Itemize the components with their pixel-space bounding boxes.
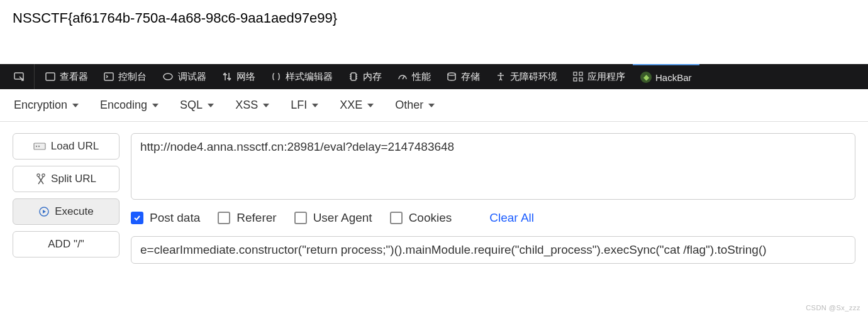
svg-point-3: [164, 73, 172, 80]
split-url-button[interactable]: Split URL: [13, 166, 120, 192]
devtools-tabbar: 查看器 控制台 调试器 网络 样式编辑器 内存 性能 存储 无障碍环境 应用程序…: [0, 64, 868, 89]
split-url-label: Split URL: [51, 173, 96, 185]
tab-network[interactable]: 网络: [214, 64, 263, 89]
clear-all-link[interactable]: Clear All: [489, 211, 534, 225]
menu-encoding[interactable]: Encoding: [100, 99, 159, 112]
hackbar-menubar: Encryption Encoding SQL XSS LFI XXE Othe…: [0, 89, 868, 122]
style-icon: [270, 71, 282, 82]
checkbox-icon: [390, 212, 403, 224]
cookies-label: Cookies: [409, 211, 452, 225]
inspector-icon: [45, 71, 56, 82]
svg-point-13: [38, 146, 40, 147]
menu-lfi[interactable]: LFI: [291, 99, 318, 112]
tab-debugger[interactable]: 调试器: [154, 64, 214, 89]
tab-application-label: 应用程序: [587, 71, 625, 83]
load-url-icon: [33, 141, 46, 151]
memory-icon: [348, 71, 359, 82]
execute-icon: [38, 206, 50, 217]
svg-rect-10: [579, 78, 582, 81]
page-flag-text: NSSCTF{af61764b-750a-4a68-98c6-9aa1aed97…: [13, 10, 855, 26]
svg-rect-7: [574, 72, 577, 75]
tab-accessibility-label: 无障碍环境: [510, 71, 557, 83]
menu-encryption[interactable]: Encryption: [14, 99, 79, 112]
svg-rect-8: [579, 72, 582, 75]
user-agent-label: User Agent: [313, 211, 372, 225]
menu-sql-label: SQL: [180, 99, 203, 112]
menu-xxe[interactable]: XXE: [340, 99, 374, 112]
menu-other[interactable]: Other: [395, 99, 435, 112]
application-icon: [572, 71, 584, 82]
post-data-checkbox[interactable]: Post data: [131, 211, 200, 225]
hackbar-side-buttons: Load URL Split URL Execute ADD "/": [13, 133, 120, 257]
tab-network-label: 网络: [236, 71, 255, 83]
tab-style-editor-label: 样式编辑器: [286, 71, 333, 83]
execute-button[interactable]: Execute: [13, 198, 120, 225]
request-options-row: Post data Referer User Agent Cookies Cle…: [131, 211, 855, 225]
svg-rect-4: [351, 73, 356, 80]
menu-xxe-label: XXE: [340, 99, 362, 112]
menu-lfi-label: LFI: [291, 99, 307, 112]
post-body-input[interactable]: [131, 236, 855, 264]
svg-point-14: [37, 174, 40, 176]
add-slash-label: ADD "/": [48, 238, 84, 251]
svg-rect-0: [14, 73, 23, 79]
tab-console[interactable]: 控制台: [96, 64, 154, 89]
performance-icon: [397, 71, 408, 82]
checkbox-icon: [218, 212, 230, 224]
caret-down-icon: [312, 104, 318, 107]
post-data-label: Post data: [150, 211, 200, 225]
menu-xss-label: XSS: [235, 99, 258, 112]
referer-label: Referer: [236, 211, 276, 225]
caret-down-icon: [72, 104, 79, 107]
cookies-checkbox[interactable]: Cookies: [390, 211, 452, 225]
debugger-icon: [162, 71, 174, 82]
storage-icon: [446, 71, 457, 82]
menu-encoding-label: Encoding: [100, 99, 147, 112]
menu-encryption-label: Encryption: [14, 99, 67, 112]
caret-down-icon: [208, 104, 214, 107]
svg-point-5: [448, 73, 455, 75]
svg-rect-2: [104, 73, 113, 80]
accessibility-icon: [495, 71, 506, 82]
tab-hackbar[interactable]: ◆ HackBar: [633, 64, 699, 89]
svg-point-6: [500, 73, 502, 75]
devtools-picker-button[interactable]: [6, 64, 35, 89]
network-icon: [221, 71, 233, 82]
tab-application[interactable]: 应用程序: [565, 64, 633, 89]
referer-checkbox[interactable]: Referer: [218, 211, 276, 225]
tab-console-label: 控制台: [118, 71, 147, 83]
load-url-label: Load URL: [51, 140, 99, 153]
svg-point-15: [42, 174, 45, 176]
split-url-icon: [36, 173, 46, 185]
console-icon: [103, 71, 114, 82]
menu-other-label: Other: [395, 99, 423, 112]
watermark-text: CSDN @Sx_zzz: [806, 304, 860, 311]
tab-performance-label: 性能: [412, 71, 431, 83]
svg-rect-1: [46, 73, 55, 80]
tab-performance[interactable]: 性能: [389, 64, 438, 89]
url-input[interactable]: [131, 133, 855, 200]
tab-memory[interactable]: 内存: [340, 64, 389, 89]
svg-point-12: [36, 146, 37, 147]
checkbox-icon: [131, 212, 143, 224]
add-slash-button[interactable]: ADD "/": [13, 231, 120, 257]
menu-sql[interactable]: SQL: [180, 99, 214, 112]
caret-down-icon: [367, 104, 374, 107]
tab-inspector[interactable]: 查看器: [37, 64, 96, 89]
tab-debugger-label: 调试器: [178, 71, 206, 83]
execute-label: Execute: [55, 205, 93, 218]
tab-style-editor[interactable]: 样式编辑器: [263, 64, 340, 89]
tab-hackbar-label: HackBar: [655, 72, 692, 83]
tab-storage-label: 存储: [461, 71, 480, 83]
load-url-button[interactable]: Load URL: [13, 133, 120, 160]
caret-down-icon: [428, 104, 435, 107]
hackbar-icon: ◆: [640, 72, 652, 83]
user-agent-checkbox[interactable]: User Agent: [294, 211, 372, 225]
caret-down-icon: [263, 104, 269, 107]
menu-xss[interactable]: XSS: [235, 99, 269, 112]
tab-storage[interactable]: 存储: [438, 64, 487, 89]
tab-inspector-label: 查看器: [60, 71, 88, 83]
tab-accessibility[interactable]: 无障碍环境: [487, 64, 565, 89]
svg-rect-9: [574, 78, 577, 81]
checkbox-icon: [294, 212, 307, 224]
